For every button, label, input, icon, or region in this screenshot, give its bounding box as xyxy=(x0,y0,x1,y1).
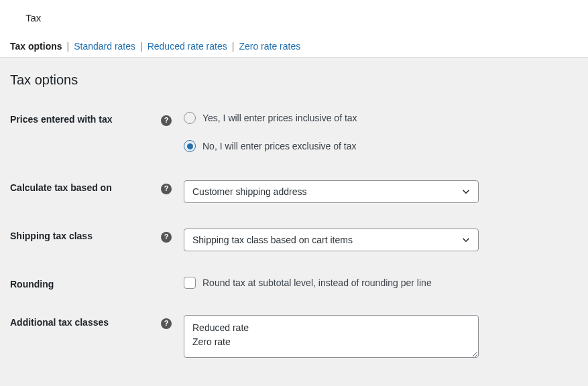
row-shipping-tax-class: Shipping tax class ? Shipping tax class … xyxy=(10,229,578,251)
label-prices-entered: Prices entered with tax xyxy=(10,112,161,125)
label-rounding: Rounding xyxy=(10,277,161,290)
radio-label-inclusive: Yes, I will enter prices inclusive of ta… xyxy=(202,113,357,123)
tab-tax-options[interactable]: Tax options xyxy=(10,41,62,52)
radio-indicator xyxy=(184,140,196,152)
radio-prices-exclusive[interactable]: No, I will enter prices exclusive of tax xyxy=(184,140,578,152)
help-icon[interactable]: ? xyxy=(161,115,172,126)
label-calculate-based: Calculate tax based on xyxy=(10,180,161,193)
page-header-title: Tax xyxy=(25,12,41,23)
tab-separator: | xyxy=(67,41,70,52)
select-calculate-tax[interactable]: Customer shipping address xyxy=(184,180,479,203)
textarea-additional-tax-classes[interactable] xyxy=(184,315,479,358)
label-additional-classes: Additional tax classes xyxy=(10,315,161,328)
row-prices-entered-with-tax: Prices entered with tax ? Yes, I will en… xyxy=(10,112,578,152)
tab-separator: | xyxy=(232,41,235,52)
subtabs: Tax options | Standard rates | Reduced r… xyxy=(0,36,588,58)
help-icon[interactable]: ? xyxy=(161,232,172,243)
tab-reduced-rate-rates[interactable]: Reduced rate rates xyxy=(148,41,227,52)
checkbox-label-rounding: Round tax at subtotal level, instead of … xyxy=(202,277,432,288)
radio-indicator xyxy=(184,112,196,124)
help-icon[interactable]: ? xyxy=(161,184,172,194)
row-rounding: Rounding Round tax at subtotal level, in… xyxy=(10,277,578,290)
row-calculate-tax-based-on: Calculate tax based on ? Customer shippi… xyxy=(10,180,578,203)
row-additional-tax-classes: Additional tax classes ? xyxy=(10,315,578,360)
tab-separator: | xyxy=(140,41,143,52)
checkbox-rounding[interactable]: Round tax at subtotal level, instead of … xyxy=(184,277,578,289)
radio-prices-inclusive[interactable]: Yes, I will enter prices inclusive of ta… xyxy=(184,112,578,124)
checkbox-indicator xyxy=(184,277,196,289)
page-header: Tax xyxy=(0,0,588,36)
select-value: Shipping tax class based on cart items xyxy=(184,229,479,251)
settings-content: Tax options Prices entered with tax ? Ye… xyxy=(0,58,588,386)
section-heading: Tax options xyxy=(10,72,578,88)
tab-standard-rates[interactable]: Standard rates xyxy=(74,41,135,52)
help-icon[interactable]: ? xyxy=(161,318,172,329)
label-shipping-class: Shipping tax class xyxy=(10,229,161,241)
radio-label-exclusive: No, I will enter prices exclusive of tax xyxy=(202,141,357,151)
select-shipping-tax-class[interactable]: Shipping tax class based on cart items xyxy=(184,229,479,251)
select-value: Customer shipping address xyxy=(184,180,479,203)
tab-zero-rate-rates[interactable]: Zero rate rates xyxy=(239,41,300,52)
